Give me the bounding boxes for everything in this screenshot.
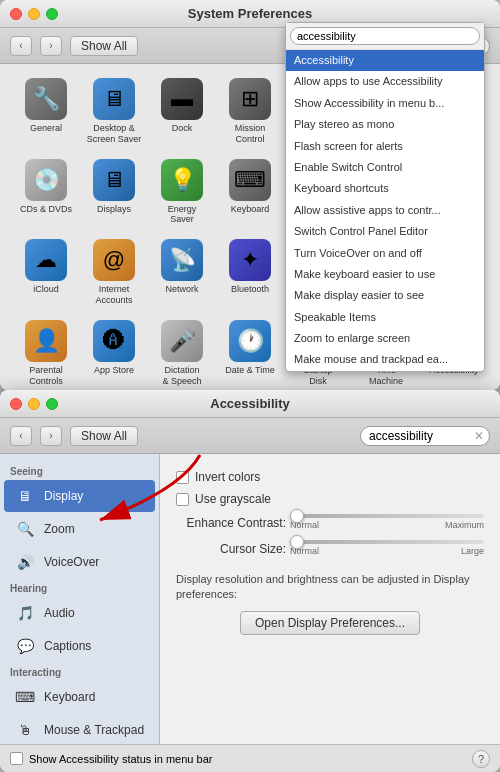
cursor-size-label: Cursor Size: (176, 540, 286, 556)
acc-forward-button[interactable]: › (40, 426, 62, 446)
icon-label-general: General (30, 123, 62, 134)
sidebar-icon-captions: 💬 (14, 635, 36, 657)
icon-img-keyboard: ⌨ (229, 159, 271, 201)
ac-item-0[interactable]: Accessibility (286, 50, 484, 71)
icon-item-parental[interactable]: 👤 ParentalControls (15, 316, 77, 390)
icon-label-appstore: App Store (94, 365, 134, 376)
ac-item-8[interactable]: Switch Control Panel Editor (286, 221, 484, 242)
icon-label-displays: Displays (97, 204, 131, 215)
sidebar-label-keyboard: Keyboard (44, 690, 95, 704)
icon-img-icloud: ☁ (25, 239, 67, 281)
sidebar-item-mouse[interactable]: 🖱 Mouse & Trackpad (4, 714, 155, 744)
acc-traffic-lights (10, 398, 58, 410)
ac-item-13[interactable]: Zoom to enlarge screen (286, 328, 484, 349)
icon-item-internet[interactable]: @ InternetAccounts (83, 235, 145, 310)
traffic-lights (10, 8, 58, 20)
enhance-contrast-thumb[interactable] (290, 509, 304, 523)
ac-item-12[interactable]: Speakable Items (286, 307, 484, 328)
icon-item-displays[interactable]: 🖥 Displays (83, 155, 145, 230)
icon-item-dictation[interactable]: 🎤 Dictation& Speech (151, 316, 213, 390)
sidebar-label-captions: Captions (44, 639, 91, 653)
acc-minimize-button[interactable] (28, 398, 40, 410)
icon-img-dictation: 🎤 (161, 320, 203, 362)
ac-search-input[interactable] (290, 27, 480, 45)
icon-label-dictation: Dictation& Speech (162, 365, 201, 387)
icon-label-dock: Dock (172, 123, 193, 134)
enhance-contrast-track (290, 514, 484, 518)
icon-item-general[interactable]: 🔧 General (15, 74, 77, 149)
acc-back-button[interactable]: ‹ (10, 426, 32, 446)
icon-item-cds[interactable]: 💿 CDs & DVDs (15, 155, 77, 230)
icon-label-internet: InternetAccounts (95, 284, 132, 306)
ac-item-5[interactable]: Enable Switch Control (286, 157, 484, 178)
sidebar-item-display[interactable]: 🖥 Display (4, 480, 155, 512)
sidebar-icon-mouse: 🖱 (14, 719, 36, 741)
sidebar-item-zoom[interactable]: 🔍 Zoom (4, 513, 155, 545)
open-display-preferences-button[interactable]: Open Display Preferences... (240, 611, 420, 635)
footer-checkbox[interactable] (10, 752, 23, 765)
acc-toolbar: ‹ › Show All ✕ (0, 418, 500, 454)
acc-titlebar: Accessibility (0, 390, 500, 418)
ac-item-4[interactable]: Flash screen for alerts (286, 136, 484, 157)
invert-colors-checkbox[interactable] (176, 471, 189, 484)
acc-search-container: ✕ (360, 426, 490, 446)
cursor-size-section: Cursor Size: Normal Large (176, 540, 484, 556)
help-button[interactable]: ? (472, 750, 490, 768)
grayscale-checkbox[interactable] (176, 493, 189, 506)
cursor-size-thumb[interactable] (290, 535, 304, 549)
enhance-contrast-sublabels: Normal Maximum (290, 520, 484, 530)
icon-item-dock[interactable]: ▬ Dock (151, 74, 213, 149)
icon-item-datetime[interactable]: 🕐 Date & Time (219, 316, 281, 390)
icon-item-icloud[interactable]: ☁ iCloud (15, 235, 77, 310)
ac-item-9[interactable]: Turn VoiceOver on and off (286, 243, 484, 264)
cursor-size-track (290, 540, 484, 544)
icon-item-appstore[interactable]: 🅐 App Store (83, 316, 145, 390)
icon-img-network: 📡 (161, 239, 203, 281)
zoom-button[interactable] (46, 8, 58, 20)
sidebar-icon-voiceover: 🔊 (14, 551, 36, 573)
ac-item-11[interactable]: Make display easier to see (286, 285, 484, 306)
icon-img-appstore: 🅐 (93, 320, 135, 362)
search-clear-icon[interactable]: ✕ (474, 429, 484, 443)
sidebar-item-audio[interactable]: 🎵 Audio (4, 597, 155, 629)
ac-item-2[interactable]: Show Accessibility in menu b... (286, 93, 484, 114)
ac-item-10[interactable]: Make keyboard easier to use (286, 264, 484, 285)
sidebar-item-captions[interactable]: 💬 Captions (4, 630, 155, 662)
icon-item-network[interactable]: 📡 Network (151, 235, 213, 310)
icon-img-dock: ▬ (161, 78, 203, 120)
icon-item-desktop[interactable]: 🖥 Desktop &Screen Saver (83, 74, 145, 149)
acc-show-all-button[interactable]: Show All (70, 426, 138, 446)
sidebar-item-voiceover[interactable]: 🔊 VoiceOver (4, 546, 155, 578)
icon-img-parental: 👤 (25, 320, 67, 362)
acc-zoom-button[interactable] (46, 398, 58, 410)
sidebar-item-keyboard[interactable]: ⌨ Keyboard (4, 681, 155, 713)
ac-item-7[interactable]: Allow assistive apps to contr... (286, 200, 484, 221)
enhance-contrast-label: Enhance Contrast: (176, 514, 286, 530)
icon-item-bluetooth[interactable]: ✦ Bluetooth (219, 235, 281, 310)
sidebar-label-audio: Audio (44, 606, 75, 620)
icon-item-energy[interactable]: 💡 EnergySaver (151, 155, 213, 230)
icon-img-mission: ⊞ (229, 78, 271, 120)
system-preferences-window: System Preferences ‹ › Show All 🔍 🔧 Gene… (0, 0, 500, 390)
ac-item-14[interactable]: Make mouse and trackpad ea... (286, 349, 484, 370)
show-all-button[interactable]: Show All (70, 36, 138, 56)
icon-item-keyboard[interactable]: ⌨ Keyboard (219, 155, 281, 230)
acc-close-button[interactable] (10, 398, 22, 410)
icon-img-internet: @ (93, 239, 135, 281)
icon-item-mission[interactable]: ⊞ MissionControl (219, 74, 281, 149)
forward-button[interactable]: › (40, 36, 62, 56)
ac-item-1[interactable]: Allow apps to use Accessibility (286, 71, 484, 92)
ac-search-box (286, 23, 484, 50)
back-button[interactable]: ‹ (10, 36, 32, 56)
icon-img-desktop: 🖥 (93, 78, 135, 120)
acc-main: Invert colors Use grayscale Enhance Cont… (160, 454, 500, 744)
sidebar-label-display: Display (44, 489, 83, 503)
ac-item-3[interactable]: Play stereo as mono (286, 114, 484, 135)
invert-colors-row: Invert colors (176, 470, 484, 484)
acc-window-title: Accessibility (210, 396, 290, 411)
acc-search-input[interactable] (360, 426, 490, 446)
ac-item-6[interactable]: Keyboard shortcuts (286, 178, 484, 199)
close-button[interactable] (10, 8, 22, 20)
sidebar-icon-keyboard: ⌨ (14, 686, 36, 708)
minimize-button[interactable] (28, 8, 40, 20)
